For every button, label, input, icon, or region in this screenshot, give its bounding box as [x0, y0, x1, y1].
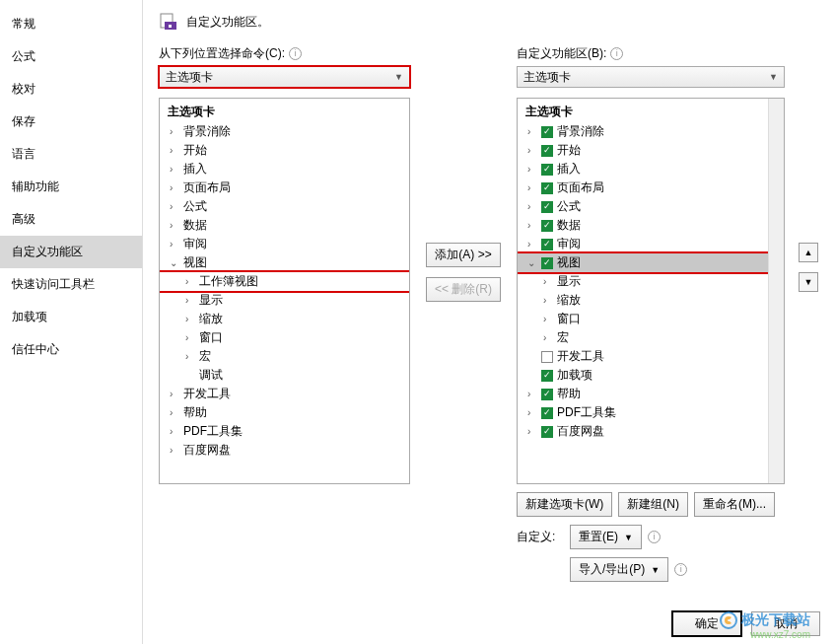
customize-ribbon-combo[interactable]: 主选项卡 ▼	[517, 66, 785, 88]
tree-row[interactable]: ›背景消除	[518, 122, 784, 141]
checkbox[interactable]	[541, 370, 553, 382]
tree-row[interactable]: ›帮助	[160, 403, 409, 422]
import-export-button[interactable]: 导入/导出(P)▼	[570, 557, 668, 582]
tree-row[interactable]: ›背景消除	[160, 122, 409, 141]
tree-row[interactable]: ›审阅	[160, 235, 409, 253]
rename-button[interactable]: 重命名(M)...	[694, 492, 775, 517]
add-button[interactable]: 添加(A) >>	[426, 243, 500, 267]
tree-label: 视图	[183, 254, 207, 271]
checkbox[interactable]	[541, 164, 553, 176]
tree-row[interactable]: ›审阅	[518, 235, 784, 253]
tree-row[interactable]: ›开始	[518, 141, 784, 160]
sidebar-item-1[interactable]: 公式	[0, 40, 142, 73]
expand-right-icon: ›	[543, 295, 553, 306]
checkbox[interactable]	[541, 351, 553, 363]
checkbox[interactable]	[541, 145, 553, 157]
checkbox[interactable]	[541, 239, 553, 250]
tree-row[interactable]: ›窗口	[160, 328, 409, 347]
expand-down-icon: ⌄	[170, 257, 179, 268]
sidebar-item-7[interactable]: 自定义功能区	[0, 236, 142, 268]
tree-row[interactable]: ›开始	[160, 141, 409, 160]
sidebar-item-4[interactable]: 语言	[0, 138, 142, 171]
tree-row[interactable]: ›缩放	[160, 310, 409, 328]
tree-row[interactable]: ⌄视图	[518, 253, 784, 272]
tree-row[interactable]: ›数据	[160, 216, 409, 235]
sidebar-item-5[interactable]: 辅助功能	[0, 171, 142, 203]
tree-row[interactable]: ›窗口	[518, 310, 784, 328]
tree-label: 数据	[557, 217, 581, 234]
tree-label: 百度网盘	[183, 442, 231, 459]
tree-label: 数据	[183, 217, 207, 234]
tree-row[interactable]: ›页面布局	[518, 179, 784, 197]
tree-label: 公式	[557, 198, 581, 215]
new-group-button[interactable]: 新建组(N)	[618, 492, 688, 517]
checkbox[interactable]	[541, 182, 553, 194]
checkbox[interactable]	[541, 407, 553, 419]
remove-button[interactable]: << 删除(R)	[426, 277, 501, 302]
tree-row[interactable]: 调试	[160, 366, 409, 385]
expand-right-icon: ›	[170, 239, 179, 250]
tree-label: 窗口	[199, 329, 223, 346]
tree-label: 背景消除	[557, 123, 604, 140]
chevron-down-icon: ▼	[624, 533, 633, 542]
tree-row[interactable]: ›工作簿视图	[160, 272, 409, 291]
sidebar-item-9[interactable]: 加载项	[0, 301, 142, 333]
tree-label: 调试	[199, 367, 223, 384]
expand-right-icon: ›	[527, 182, 537, 193]
tree-label: 百度网盘	[557, 423, 604, 440]
ok-button[interactable]: 确定	[672, 611, 741, 636]
expand-right-icon: ›	[185, 351, 195, 362]
tree-label: 宏	[557, 329, 569, 346]
checkbox[interactable]	[541, 220, 553, 232]
tree-row[interactable]: ›页面布局	[160, 179, 409, 197]
tree-row[interactable]: ›百度网盘	[518, 422, 784, 441]
tree-row[interactable]: ›帮助	[518, 385, 784, 403]
tree-row[interactable]: ⌄视图	[160, 253, 409, 272]
tree-row[interactable]: ›开发工具	[160, 385, 409, 403]
cancel-button[interactable]: 取消	[751, 611, 820, 636]
commands-tree[interactable]: 主选项卡 ›背景消除›开始›插入›页面布局›公式›数据›审阅⌄视图›工作簿视图›…	[159, 98, 410, 484]
new-tab-button[interactable]: 新建选项卡(W)	[517, 492, 612, 517]
tree-row[interactable]: ›显示	[518, 272, 784, 291]
tree-row[interactable]: ›缩放	[518, 291, 784, 310]
sidebar-item-2[interactable]: 校对	[0, 73, 142, 106]
choose-commands-combo[interactable]: 主选项卡 ▼	[159, 66, 410, 88]
tree-row[interactable]: ›插入	[160, 160, 409, 179]
tree-row[interactable]: ›宏	[518, 328, 784, 347]
checkbox[interactable]	[541, 389, 553, 400]
tree-row[interactable]: ›宏	[160, 347, 409, 366]
page-title: 自定义功能区。	[186, 14, 269, 31]
reset-button[interactable]: 重置(E)▼	[570, 525, 642, 549]
tree-row[interactable]: ›数据	[518, 216, 784, 235]
tree-label: 显示	[199, 292, 223, 309]
tree-row[interactable]: 开发工具	[518, 347, 784, 366]
sidebar-item-3[interactable]: 保存	[0, 106, 142, 138]
checkbox[interactable]	[541, 126, 553, 138]
checkbox[interactable]	[541, 201, 553, 213]
tree-header: 主选项卡	[160, 102, 409, 122]
sidebar-item-6[interactable]: 高级	[0, 203, 142, 236]
sidebar-item-10[interactable]: 信任中心	[0, 333, 142, 366]
sidebar-item-0[interactable]: 常规	[0, 8, 142, 40]
tree-row[interactable]: ›插入	[518, 160, 784, 179]
tree-row[interactable]: ›PDF工具集	[518, 403, 784, 422]
scrollbar[interactable]	[768, 99, 784, 483]
tree-row[interactable]: ›显示	[160, 291, 409, 310]
custom-label: 自定义:	[517, 529, 564, 545]
move-up-button[interactable]: ▲	[799, 243, 818, 262]
tree-row[interactable]: ›公式	[160, 197, 409, 216]
checkbox[interactable]	[541, 426, 553, 438]
checkbox[interactable]	[541, 257, 553, 269]
tree-label: 工作簿视图	[199, 273, 258, 290]
sidebar-item-8[interactable]: 快速访问工具栏	[0, 268, 142, 301]
info-icon: i	[289, 47, 302, 60]
tree-label: PDF工具集	[557, 404, 616, 421]
move-down-button[interactable]: ▼	[799, 272, 818, 292]
expand-right-icon: ›	[527, 407, 537, 418]
tree-row[interactable]: ›公式	[518, 197, 784, 216]
tree-row[interactable]: ›百度网盘	[160, 441, 409, 460]
expand-right-icon: ›	[170, 407, 179, 418]
tree-row[interactable]: 加载项	[518, 366, 784, 385]
tree-row[interactable]: ›PDF工具集	[160, 422, 409, 441]
ribbon-tree[interactable]: 主选项卡 ›背景消除›开始›插入›页面布局›公式›数据›审阅⌄视图›显示›缩放›…	[517, 98, 785, 484]
